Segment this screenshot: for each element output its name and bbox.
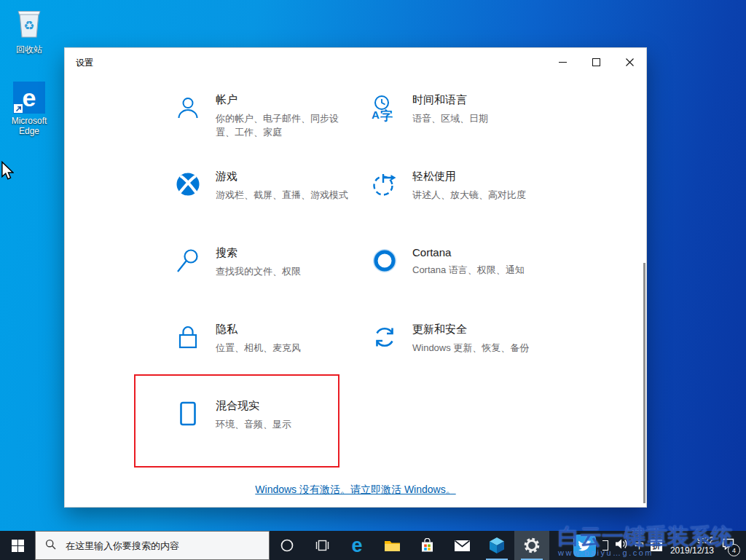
cortana-button[interactable] [270, 531, 305, 560]
file-explorer-icon [384, 539, 401, 552]
start-button[interactable] [0, 531, 35, 560]
item-title: 混合现实 [216, 399, 291, 413]
recycle-bin-icon: ♻ [14, 29, 44, 42]
settings-grid: 帐户 你的帐户、电子邮件、同步设置、工作、家庭 A字 时间和语言 语音、区域、日… [174, 89, 575, 471]
desktop-icon-microsoft-edge[interactable]: e Microsoft Edge [4, 82, 55, 136]
account-person-icon [174, 93, 202, 165]
action-center-button[interactable]: 4 [722, 538, 734, 553]
tray-time: 9:22 [670, 535, 714, 545]
desktop-icon-label: Microsoft Edge [4, 116, 55, 136]
settings-button[interactable] [514, 531, 549, 560]
settings-window: 设置 帐户 你的帐户、电子邮件、同步设置、工作、家庭 A字 [64, 47, 647, 508]
item-title: 隐私 [216, 323, 301, 336]
item-subtitle: 语音、区域、日期 [412, 111, 488, 125]
bird-app-tray-icon[interactable] [573, 535, 596, 557]
item-subtitle: Windows 更新、恢复、备份 [412, 341, 529, 355]
edge-taskbar-button[interactable]: e [339, 531, 374, 560]
window-titlebar[interactable]: 设置 [65, 48, 646, 76]
item-subtitle: 查找我的文件、权限 [216, 264, 301, 278]
taskbar-search-box[interactable] [35, 531, 270, 560]
mail-icon [455, 540, 470, 551]
item-subtitle: 你的帐户、电子邮件、同步设置、工作、家庭 [216, 111, 350, 139]
minimize-button[interactable] [546, 48, 579, 76]
item-title: 游戏 [216, 170, 348, 184]
cortana-ring-icon [280, 538, 294, 553]
shortcut-arrow-icon [14, 104, 23, 113]
mixed-reality-icon [174, 399, 202, 471]
settings-item-accounts[interactable]: 帐户 你的帐户、电子邮件、同步设置、工作、家庭 [174, 89, 371, 165]
cube-app-button[interactable] [479, 531, 514, 560]
taskbar: e [0, 531, 746, 560]
mail-button[interactable] [444, 531, 479, 560]
update-sync-icon [371, 323, 398, 395]
scrollbar-thumb[interactable] [643, 263, 645, 503]
item-title: 轻松使用 [412, 170, 526, 184]
clock-language-icon: A字 [371, 93, 398, 165]
minimize-icon [559, 62, 567, 63]
activate-windows-link[interactable]: Windows 没有激活。请立即激活 Windows。 [255, 484, 455, 495]
ime-mode-indicator[interactable]: 中 [635, 539, 644, 552]
volume-icon[interactable] [615, 538, 628, 553]
item-subtitle: 位置、相机、麦克风 [216, 341, 301, 355]
ease-of-access-icon [371, 170, 398, 242]
system-tray: 中 拼 9:22 2019/12/13 4 [573, 531, 746, 560]
bird-icon [578, 540, 592, 551]
maximize-icon [592, 58, 600, 66]
windows-logo-icon [12, 540, 24, 552]
edge-icon: e [351, 536, 362, 556]
settings-item-cortana[interactable]: Cortana Cortana 语言、权限、通知 [371, 242, 575, 318]
settings-item-mixed-reality[interactable]: 混合现实 环境、音频、显示 [174, 395, 371, 471]
settings-item-ease-of-access[interactable]: 轻松使用 讲述人、放大镜、高对比度 [371, 165, 575, 242]
task-view-button[interactable] [305, 531, 339, 560]
item-title: 时间和语言 [412, 93, 488, 107]
tray-display-icon[interactable] [602, 540, 608, 551]
item-subtitle: Cortana 语言、权限、通知 [412, 263, 525, 277]
settings-item-time-language[interactable]: A字 时间和语言 语音、区域、日期 [371, 89, 575, 165]
svg-text:♻: ♻ [23, 19, 34, 33]
window-title: 设置 [76, 57, 93, 69]
microsoft-store-button[interactable] [409, 531, 444, 560]
item-title: 搜索 [216, 246, 301, 260]
notification-badge: 4 [728, 544, 740, 556]
search-icon [174, 246, 202, 318]
edge-tile-icon: e [13, 82, 45, 114]
settings-item-search[interactable]: 搜索 查找我的文件、权限 [174, 242, 371, 318]
desktop: ♻ 回收站 e Microsoft Edge 设置 [0, 0, 746, 560]
settings-item-update-security[interactable]: 更新和安全 Windows 更新、恢复、备份 [371, 318, 575, 395]
item-title: Cortana [412, 246, 525, 259]
desktop-icon-label: 回收站 [4, 44, 55, 55]
maximize-button[interactable] [579, 48, 613, 76]
xbox-icon [174, 170, 202, 242]
settings-item-gaming[interactable]: 游戏 游戏栏、截屏、直播、游戏模式 [174, 165, 371, 242]
item-title: 帐户 [216, 93, 350, 107]
activation-notice: Windows 没有激活。请立即激活 Windows。 [65, 483, 646, 497]
search-input[interactable] [64, 540, 264, 552]
item-subtitle: 讲述人、放大镜、高对比度 [412, 188, 526, 202]
taskbar-clock[interactable]: 9:22 2019/12/13 [670, 535, 714, 556]
cortana-icon [371, 246, 398, 318]
close-button[interactable] [613, 48, 646, 76]
microsoft-store-icon [420, 538, 434, 553]
desktop-icon-recycle-bin[interactable]: ♻ 回收站 [4, 6, 55, 55]
svg-text:字: 字 [380, 109, 393, 122]
privacy-lock-icon [174, 323, 202, 395]
item-subtitle: 环境、音频、显示 [216, 417, 291, 431]
ime-pinyin-indicator[interactable]: 拼 [651, 540, 662, 551]
edge-letter: e [23, 85, 36, 110]
item-title: 更新和安全 [412, 323, 529, 336]
file-explorer-button[interactable] [374, 531, 409, 560]
search-icon [45, 539, 56, 553]
settings-item-privacy[interactable]: 隐私 位置、相机、麦克风 [174, 318, 371, 395]
item-subtitle: 游戏栏、截屏、直播、游戏模式 [216, 188, 348, 202]
svg-text:A: A [372, 109, 380, 121]
gear-icon [523, 537, 541, 554]
mouse-cursor [1, 161, 14, 184]
tray-date: 2019/12/13 [670, 545, 714, 556]
close-icon [626, 58, 634, 66]
cube-app-icon [489, 537, 505, 554]
task-view-icon [315, 538, 330, 553]
